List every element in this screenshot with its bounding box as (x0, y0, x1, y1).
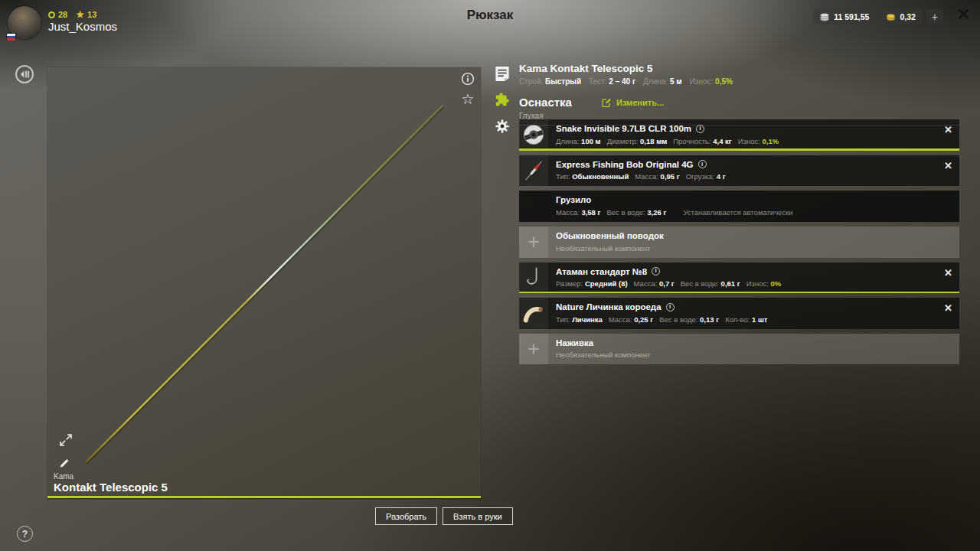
component-note: Устанавливается автоматически (683, 208, 792, 217)
edit-rig-button[interactable]: Изменить... (601, 97, 664, 108)
stat: Диаметр: 0,18 мм (607, 137, 668, 145)
tab-description[interactable] (495, 66, 510, 85)
stat-label: Масса: (609, 315, 634, 324)
rig-row[interactable]: ГрузилоМасса: 3,58 гВес в воде: 3,26 гУс… (519, 191, 959, 222)
rig-row[interactable]: Express Fishing Bob Original 4GiТип: Обы… (519, 155, 959, 187)
component-title: Express Fishing Bob Original 4Gi (556, 160, 939, 170)
stat: Износ: 0% (746, 279, 781, 288)
favorite-star-button[interactable]: ☆ (461, 92, 474, 106)
silver-coins-icon (819, 12, 830, 21)
none-icon (519, 191, 548, 222)
take-in-hands-button[interactable]: Взять в руки (443, 507, 513, 525)
rig-section-title: Оснастка (519, 96, 601, 109)
stat: Тип: Обыкновенный (556, 172, 629, 181)
stat: Износ: 0,5% (690, 77, 733, 86)
component-title-text: Snake Invisible 9.7LB CLR 100m (556, 124, 691, 134)
action-buttons: Разобрать Взять в руки (375, 507, 513, 525)
rig-rows: Snake Invisible 9.7LB CLR 100miДлина: 10… (519, 119, 959, 369)
component-subtitle: Необязательный компонент (556, 244, 939, 253)
stat-label: Износ: (738, 137, 763, 145)
component-title: Грузило (556, 195, 939, 205)
silver-money-chip[interactable]: 11 591,55 (813, 9, 875, 24)
back-icon (15, 64, 34, 84)
stat-label: Длина: (556, 137, 581, 145)
help-button[interactable]: ? (17, 526, 33, 542)
component-stats: Тип: ОбыкновенныйМасса: 0,95 гОгрузка: 4… (556, 172, 939, 181)
stat-value: 0,95 г (661, 172, 680, 181)
row-content: Snake Invisible 9.7LB CLR 100miДлина: 10… (548, 119, 959, 151)
row-content: Атаман стандарт №8iРазмер: Средний (8)Ма… (548, 262, 959, 294)
expand-icon (58, 432, 74, 448)
stat: Масса: 0,7 г (634, 279, 675, 288)
stat-label: Тип: (556, 172, 572, 181)
stat: Размер: Средний (8) (556, 279, 628, 288)
remove-component-button[interactable]: ✕ (944, 303, 952, 313)
rod-preview-panel: ☆ Kama Kontakt Telescopic 5 (47, 67, 481, 499)
info-icon[interactable]: i (652, 267, 660, 276)
durability-bar (519, 292, 959, 294)
component-stats: Размер: Средний (8)Масса: 0,7 гВес в вод… (556, 279, 939, 288)
info-icon (461, 72, 475, 86)
float-icon (519, 155, 548, 187)
stat-value: 2 – 40 г (609, 77, 635, 86)
stat-label: Масса: (634, 279, 659, 288)
component-stats: Масса: 3,58 гВес в воде: 3,26 гУстанавли… (556, 208, 939, 217)
stat-label: Вес в воде: (659, 315, 700, 324)
stat-label: Диаметр: (607, 137, 640, 145)
rig-row[interactable]: Nature Личинка короедаiТип: ЛичинкаМасса… (519, 298, 959, 329)
pencil-icon (58, 457, 70, 469)
stat: Масса: 3,58 г (556, 208, 600, 217)
remove-component-button[interactable]: ✕ (944, 161, 952, 171)
stat-value: 5 м (670, 77, 682, 86)
remove-component-button[interactable]: ✕ (944, 125, 952, 135)
component-title: Наживка (556, 338, 939, 348)
back-button[interactable] (15, 64, 34, 87)
component-title: Snake Invisible 9.7LB CLR 100mi (556, 124, 939, 134)
info-icon[interactable]: i (696, 125, 704, 133)
stat: Масса: 0,25 г (609, 315, 653, 324)
expand-preview-button[interactable] (58, 432, 74, 451)
stat: Огрузка: 4 г (686, 172, 726, 181)
rod-durability-bar (47, 496, 481, 498)
stat-label: Вес в воде: (681, 279, 721, 288)
rename-rod-button[interactable] (58, 457, 74, 472)
larva-icon (519, 298, 548, 329)
disassemble-button[interactable]: Разобрать (375, 507, 437, 525)
stat-label: Строй: (519, 77, 545, 86)
stat: Кол-во: 1 шт (725, 315, 767, 324)
silver-amount: 11 591,55 (834, 12, 869, 21)
stat-value: 3,58 г (581, 208, 600, 217)
stat-value: 0,61 г (721, 279, 740, 288)
stat: Вес в воде: 0,61 г (681, 279, 740, 288)
component-title-text: Наживка (556, 338, 593, 348)
rig-row[interactable]: Атаман стандарт №8iРазмер: Средний (8)Ма… (519, 262, 959, 294)
item-info-button[interactable] (461, 72, 475, 89)
rig-row[interactable]: Snake Invisible 9.7LB CLR 100miДлина: 10… (519, 119, 959, 151)
stat-label: Тест: (589, 77, 609, 86)
info-icon[interactable]: i (666, 303, 675, 311)
stat-value: 0,25 г (634, 315, 653, 324)
tab-settings[interactable] (495, 119, 510, 137)
plus-icon: + (528, 339, 540, 360)
info-icon[interactable]: i (698, 160, 707, 168)
component-title: Обыкновенный поводок (556, 231, 939, 241)
stat: Масса: 0,95 г (635, 172, 679, 181)
rig-row[interactable]: +Обыкновенный поводокНеобязательный комп… (519, 227, 959, 258)
stat-label: Прочность: (673, 137, 713, 145)
stat-value: 0,7 г (659, 279, 675, 288)
stat-label: Вес в воде: (606, 208, 647, 217)
add-money-button[interactable]: + (926, 9, 943, 24)
gold-money-chip[interactable]: 0,32 (880, 9, 921, 24)
rod-brand: Kama (54, 472, 74, 481)
stat-value: 3,26 г (647, 208, 666, 217)
gold-amount: 0,32 (900, 12, 915, 21)
rig-row[interactable]: +НаживкаНеобязательный компонент (519, 334, 959, 365)
remove-component-button[interactable]: ✕ (944, 268, 952, 278)
tab-rig-active[interactable] (494, 92, 511, 112)
rod-title: Kama Kontakt Telescopic 5 (519, 63, 959, 74)
stat: Износ: 0,1% (738, 137, 779, 145)
component-title-text: Атаман стандарт №8 (556, 267, 647, 277)
row-content: Nature Личинка короедаiТип: ЛичинкаМасса… (548, 298, 959, 329)
stat-value: 0,13 г (700, 315, 719, 324)
close-button[interactable]: ✕ (956, 6, 970, 22)
